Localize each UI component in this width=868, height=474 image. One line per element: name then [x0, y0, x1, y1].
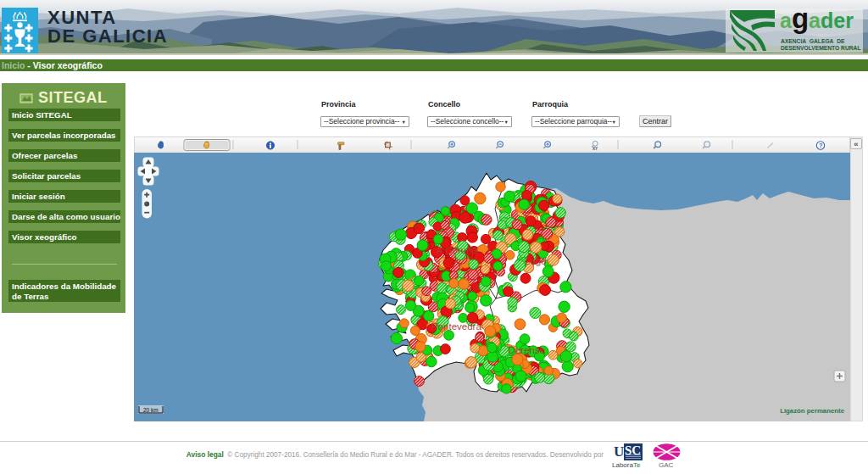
svg-text:Lugo: Lugo	[525, 256, 547, 266]
svg-text:Pontevedra: Pontevedra	[431, 321, 481, 332]
svg-text:A Coruña: A Coruña	[437, 245, 478, 255]
svg-text:?: ?	[819, 142, 823, 149]
svg-text:20 km: 20 km	[143, 407, 159, 413]
svg-text:Ourense: Ourense	[508, 345, 545, 355]
svg-text:XY: XY	[593, 147, 598, 151]
svg-text:Ligazón permanente: Ligazón permanente	[780, 407, 844, 415]
